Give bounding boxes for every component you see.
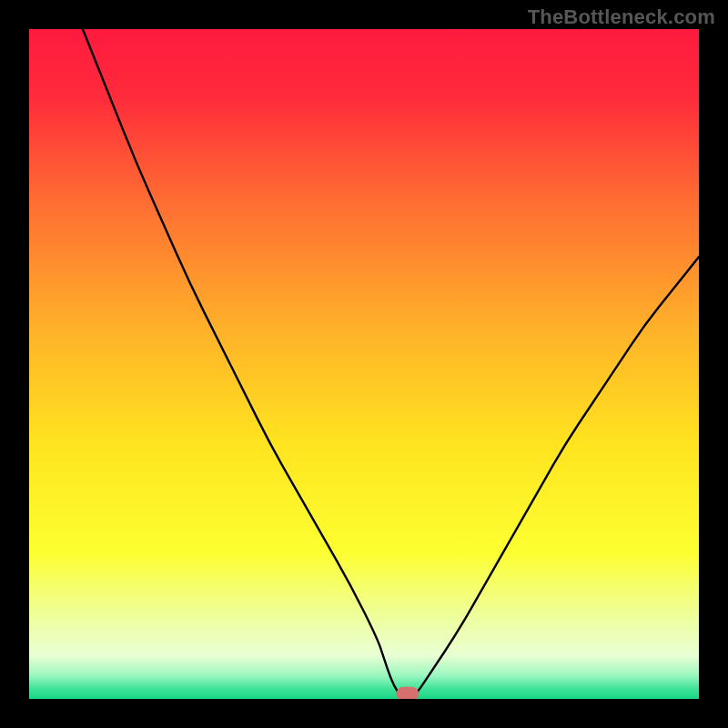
optimal-marker <box>396 687 419 699</box>
watermark-text: TheBottleneck.com <box>528 5 715 29</box>
chart-frame: TheBottleneck.com <box>0 0 728 728</box>
bottleneck-plot <box>29 29 699 699</box>
plot-background <box>29 29 699 699</box>
